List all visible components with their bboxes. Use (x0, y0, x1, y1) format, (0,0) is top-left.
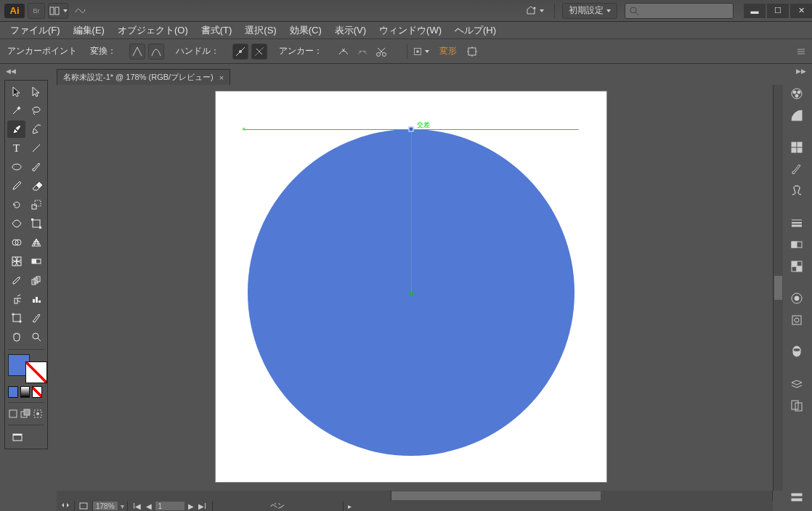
align-to-pixel-icon[interactable] (413, 44, 429, 60)
control-bar-menu-icon[interactable] (790, 44, 812, 59)
scale-tool[interactable] (27, 196, 45, 213)
artboard[interactable]: × 交差 ✕ (215, 91, 607, 483)
menu-view[interactable]: 表示(V) (335, 24, 366, 37)
sb-orient-icon[interactable] (75, 501, 93, 511)
symbol-sprayer-tool[interactable] (7, 290, 25, 308)
horizontal-scrollbar[interactable] (391, 491, 773, 501)
menu-help[interactable]: ヘルプ(H) (455, 24, 496, 37)
fill-stroke-swatch[interactable] (8, 354, 47, 383)
slice-tool[interactable] (27, 309, 45, 327)
nav-last-button[interactable]: ▶I (198, 502, 208, 510)
handle-show-icon[interactable] (232, 44, 248, 60)
direct-selection-tool[interactable] (27, 83, 45, 100)
vertical-scroll-thumb[interactable] (774, 276, 782, 301)
sync-button[interactable] (525, 3, 544, 19)
gradient-tool[interactable] (27, 253, 45, 270)
menu-effect[interactable]: 効果(C) (290, 24, 322, 37)
workspace-select[interactable]: 初期設定 (562, 3, 617, 19)
bridge-button[interactable]: Br (28, 3, 45, 19)
artboard-number-input[interactable]: 1 (155, 502, 184, 510)
mesh-tool[interactable] (7, 253, 25, 270)
tools-collapse-chevron[interactable]: ◀◀ (6, 67, 16, 75)
eraser-tool[interactable] (27, 177, 45, 195)
menu-type[interactable]: 書式(T) (201, 24, 232, 37)
horizontal-scroll-thumb[interactable] (391, 491, 601, 500)
symbols-panel-icon[interactable] (787, 181, 807, 200)
anchor-remove-icon[interactable] (336, 44, 352, 60)
perspective-grid-tool[interactable] (27, 234, 45, 251)
arrange-docs-button[interactable] (48, 3, 68, 19)
zoom-tool[interactable] (27, 328, 45, 346)
anchor-connect-icon[interactable] (354, 44, 370, 60)
libraries-panel-icon[interactable] (787, 343, 807, 361)
menu-edit[interactable]: 編集(E) (73, 24, 105, 37)
menu-object[interactable]: オブジェクト(O) (118, 24, 188, 37)
eyedropper-tool[interactable] (7, 271, 25, 289)
line-tool[interactable] (27, 139, 45, 157)
document-tab[interactable]: 名称未設定-1* @ 178% (RGB/プレビュー) × (57, 69, 230, 85)
draw-behind-icon[interactable] (20, 407, 31, 420)
nav-prev-button[interactable]: ◀ (144, 502, 154, 510)
draw-inside-icon[interactable] (32, 407, 43, 420)
cb-transform-link[interactable]: 変形 (439, 45, 457, 57)
transparency-panel-icon[interactable] (787, 257, 807, 276)
lasso-tool[interactable] (27, 102, 45, 119)
color-guide-panel-icon[interactable] (787, 106, 807, 125)
free-transform-tool[interactable] (27, 215, 45, 232)
pen-tool[interactable] (7, 120, 25, 138)
zoom-dropdown-icon[interactable]: ▾ (118, 502, 127, 510)
color-mode-solid[interactable] (8, 386, 18, 398)
minimize-button[interactable]: ▬ (744, 4, 766, 18)
dock-collapse-chevron[interactable]: ▶▶ (796, 67, 806, 75)
timeline-panel-icon[interactable] (787, 488, 807, 507)
handle-remove-icon[interactable] (251, 44, 267, 60)
gpu-button[interactable] (71, 3, 89, 19)
paintbrush-tool[interactable] (27, 158, 45, 176)
menu-window[interactable]: ウィンドウ(W) (379, 24, 442, 37)
zoom-input[interactable]: 178% (93, 502, 118, 510)
sb-expand-icon[interactable] (57, 501, 75, 511)
appearance-panel-icon[interactable] (787, 289, 807, 308)
convert-smooth-icon[interactable] (148, 44, 164, 60)
canvas[interactable]: × 交差 ✕ (57, 85, 774, 491)
layers-panel-icon[interactable] (787, 375, 807, 393)
menu-file[interactable]: ファイル(F) (10, 24, 60, 37)
color-mode-none[interactable] (32, 386, 42, 398)
convert-corner-icon[interactable] (129, 44, 145, 60)
swatches-panel-icon[interactable] (787, 138, 807, 157)
graphic-styles-panel-icon[interactable] (787, 311, 807, 330)
maximize-button[interactable]: ☐ (767, 4, 789, 18)
stroke-swatch[interactable] (25, 361, 47, 383)
color-panel-icon[interactable] (787, 84, 807, 103)
brushes-panel-icon[interactable] (787, 160, 807, 179)
ellipse-tool[interactable] (7, 158, 25, 176)
hand-tool[interactable] (7, 328, 25, 346)
nav-next-button[interactable]: ▶ (186, 502, 196, 510)
gradient-panel-icon[interactable] (787, 235, 807, 254)
nav-first-button[interactable]: I◀ (132, 502, 142, 510)
document-tab-close-icon[interactable]: × (219, 73, 224, 82)
stroke-panel-icon[interactable] (787, 213, 807, 232)
anchor-point-top[interactable] (409, 127, 414, 132)
color-mode-gradient[interactable] (20, 386, 31, 398)
blend-tool[interactable] (27, 271, 45, 289)
vertical-scrollbar[interactable] (773, 85, 783, 491)
draw-normal-icon[interactable] (8, 407, 19, 420)
current-tool-field[interactable]: ペン (213, 501, 344, 511)
search-input[interactable] (625, 3, 734, 19)
anchor-cut-icon[interactable] (373, 44, 389, 60)
curvature-tool[interactable] (27, 120, 45, 138)
shape-builder-tool[interactable] (7, 234, 25, 251)
magic-wand-tool[interactable] (7, 102, 25, 119)
screen-mode-icon[interactable] (7, 429, 27, 446)
rotate-tool[interactable] (7, 196, 25, 213)
isolate-icon[interactable] (464, 44, 480, 60)
width-tool[interactable] (7, 215, 25, 232)
artboard-tool[interactable] (7, 309, 25, 327)
pencil-tool[interactable] (7, 177, 25, 195)
selection-tool[interactable] (7, 83, 25, 100)
column-graph-tool[interactable] (27, 290, 45, 308)
close-button[interactable]: ✕ (790, 4, 812, 18)
menu-select[interactable]: 選択(S) (245, 24, 276, 37)
type-tool[interactable]: T (7, 139, 25, 157)
